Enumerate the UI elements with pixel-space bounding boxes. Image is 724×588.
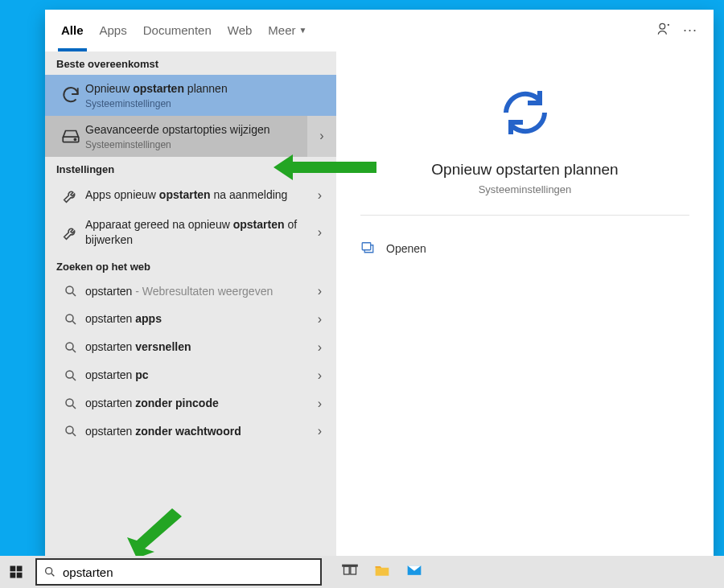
more-options-icon[interactable]: ··· (683, 22, 697, 39)
open-label: Openen (386, 242, 426, 255)
mail-icon[interactable] (405, 562, 423, 582)
svg-rect-13 (17, 566, 23, 572)
tab-web[interactable]: Web (220, 10, 261, 51)
result-advanced-startup[interactable]: Geavanceerde opstartopties wijzigen Syst… (45, 116, 336, 157)
web-result-4[interactable]: opstarten zonder pincode › (45, 389, 336, 417)
svg-point-6 (66, 371, 73, 378)
tab-more[interactable]: Meer▼ (260, 10, 315, 51)
svg-rect-12 (10, 566, 16, 572)
web-result-2[interactable]: opstarten versnellen › (45, 333, 336, 361)
svg-point-7 (66, 399, 73, 406)
start-button[interactable] (0, 556, 32, 588)
svg-rect-19 (343, 565, 357, 566)
result-settings-apps-restart[interactable]: Apps opnieuw opstarten na aanmelding › (45, 180, 336, 211)
taskbar-search-input[interactable] (63, 565, 314, 579)
tab-documents[interactable]: Documenten (135, 10, 220, 51)
chevron-right-icon: › (311, 312, 328, 327)
svg-point-2 (74, 139, 76, 141)
expand-result-button[interactable]: › (307, 116, 336, 157)
svg-rect-15 (17, 573, 23, 578)
file-explorer-icon[interactable] (373, 562, 391, 582)
tab-all[interactable]: Alle (53, 10, 92, 51)
svg-point-16 (46, 568, 52, 574)
chevron-right-icon: › (311, 340, 328, 355)
search-icon (56, 368, 85, 383)
svg-point-4 (66, 315, 73, 322)
divider (360, 215, 689, 216)
tab-apps[interactable]: Apps (92, 10, 135, 51)
restart-large-icon (336, 84, 714, 145)
wrench-icon (56, 224, 85, 241)
chevron-right-icon: › (311, 368, 328, 383)
web-result-1[interactable]: opstarten apps › (45, 305, 336, 333)
feedback-icon[interactable] (656, 21, 672, 40)
search-icon (56, 397, 85, 411)
svg-point-0 (660, 23, 665, 29)
section-settings: Instellingen (45, 157, 336, 180)
open-action[interactable]: Openen (336, 235, 714, 261)
search-tabs: Alle Apps Documenten Web Meer▼ ··· (45, 10, 714, 51)
svg-rect-18 (351, 566, 356, 574)
web-result-3[interactable]: opstarten pc › (45, 361, 336, 389)
web-result-5[interactable]: opstarten zonder wachtwoord › (45, 417, 336, 446)
search-icon (56, 284, 85, 298)
search-icon (56, 340, 85, 355)
search-icon (56, 312, 85, 327)
taskbar (0, 556, 724, 588)
windows-search-panel: Alle Apps Documenten Web Meer▼ ··· Beste… (45, 10, 714, 557)
chevron-right-icon: › (311, 424, 328, 438)
svg-point-8 (66, 426, 73, 434)
svg-rect-9 (362, 243, 371, 250)
results-column: Beste overeenkomst Opnieuw opstarten pla… (45, 51, 336, 557)
section-web: Zoeken op het web (45, 254, 336, 278)
section-best-match: Beste overeenkomst (45, 51, 336, 75)
result-settings-device-ready[interactable]: Apparaat gereed na opnieuw opstarten of … (45, 211, 336, 254)
preview-pane: Opnieuw opstarten plannen Systeeminstell… (336, 51, 714, 557)
svg-rect-17 (344, 566, 350, 574)
disk-icon (56, 125, 85, 146)
taskbar-search-box[interactable] (35, 558, 322, 586)
preview-subtitle: Systeeminstellingen (336, 183, 714, 195)
svg-point-5 (66, 343, 73, 350)
wrench-icon (56, 187, 85, 204)
search-icon (43, 565, 56, 578)
result-restart-schedule[interactable]: Opnieuw opstarten plannen Systeeminstell… (45, 75, 336, 116)
svg-point-3 (66, 286, 73, 294)
chevron-right-icon: › (311, 284, 328, 298)
search-icon (56, 424, 85, 438)
restart-icon (56, 84, 85, 105)
chevron-right-icon: › (311, 225, 328, 240)
web-result-0[interactable]: opstarten - Webresultaten weergeven › (45, 278, 336, 306)
task-view-icon[interactable] (341, 562, 359, 582)
svg-rect-14 (10, 573, 16, 578)
chevron-right-icon: › (311, 188, 328, 203)
preview-title: Opnieuw opstarten plannen (336, 161, 714, 179)
chevron-down-icon: ▼ (299, 26, 307, 35)
chevron-right-icon: › (311, 397, 328, 411)
open-icon (360, 240, 375, 257)
